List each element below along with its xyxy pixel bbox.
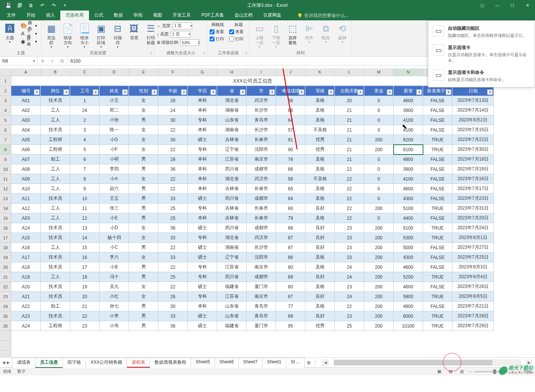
cell[interactable]: 23 [70, 321, 100, 331]
cell[interactable]: 福建省 [217, 321, 247, 331]
cell[interactable]: 李四 [100, 164, 129, 174]
ribbon-option-1[interactable]: ▭显示选项卡仅显示功能区选项卡。单击选项卡可显示命令。 [428, 41, 535, 66]
page-break-icon[interactable]: ▥ [458, 368, 466, 375]
cell[interactable]: 65 [276, 184, 305, 194]
table-header-11[interactable]: 出勤天数▾ [335, 86, 364, 96]
cell[interactable]: 4600 [394, 96, 423, 106]
menu-tab-7[interactable]: 视图 [148, 10, 167, 20]
cell[interactable]: 87 [276, 243, 305, 253]
themes-button[interactable]: 🅰 主题 ▾ [2, 22, 17, 44]
table-header-7[interactable]: 省▾ [217, 86, 247, 96]
cell[interactable]: 女 [129, 96, 158, 106]
cell[interactable]: 0 [364, 164, 394, 174]
cell[interactable]: 80 [276, 282, 305, 292]
cell[interactable]: 16 [70, 253, 100, 262]
menu-tab-8[interactable]: 开发工具 [167, 10, 196, 20]
cell[interactable]: A17 [11, 253, 41, 262]
cell[interactable]: 硕士 [188, 135, 217, 145]
menu-tab-2[interactable]: 插入 [41, 10, 60, 20]
cell[interactable]: 6200 [394, 135, 423, 145]
cell[interactable]: 女 [129, 292, 158, 302]
cell[interactable]: 2023年7月23日 [452, 194, 494, 204]
cell[interactable]: A07 [11, 155, 41, 164]
cell[interactable]: 200 [364, 282, 394, 292]
cell[interactable]: 技术员 [41, 125, 70, 135]
cell[interactable]: 2023年7月13日 [452, 96, 494, 106]
col-header-A[interactable]: A [11, 69, 41, 76]
cell[interactable]: 25 [158, 272, 188, 282]
cell[interactable]: 2023年7月28日 [452, 311, 494, 321]
cell[interactable]: 23 [335, 311, 364, 321]
cell[interactable]: 不及格 [305, 174, 335, 184]
cell[interactable]: 95 [276, 321, 305, 331]
cell[interactable]: 女 [129, 106, 158, 115]
row-header-19[interactable]: 19 [0, 253, 11, 262]
cell[interactable]: 18 [70, 272, 100, 282]
cell[interactable]: 66 [276, 164, 305, 174]
cell[interactable]: 20 [335, 96, 364, 106]
cell[interactable]: 及格 [305, 96, 335, 106]
cell[interactable]: 22 [335, 174, 364, 184]
cell[interactable]: TRUE [423, 321, 452, 331]
cell[interactable]: 孙七 [100, 302, 129, 311]
cell[interactable]: 4600 [394, 184, 423, 194]
cell[interactable]: 6 [70, 155, 100, 164]
cell[interactable]: FALSE [423, 174, 452, 184]
cell[interactable]: 2023年8月5日 [452, 292, 494, 302]
cell[interactable]: 22 [70, 311, 100, 321]
cell[interactable]: 女 [129, 145, 158, 155]
table-header-2[interactable]: 工号▾ [70, 86, 100, 96]
cell[interactable]: 24 [335, 292, 364, 302]
cell[interactable]: 28 [158, 155, 188, 164]
cell[interactable]: 0 [364, 155, 394, 164]
select-all-corner[interactable] [0, 69, 11, 76]
cell[interactable]: 22 [158, 174, 188, 184]
table-header-13[interactable]: 薪资▾ [394, 86, 423, 96]
filter-dropdown-icon[interactable]: ▾ [34, 89, 40, 95]
table-header-3[interactable]: 姓名▾ [100, 86, 129, 96]
cell[interactable]: 江苏省 [217, 262, 247, 272]
cell[interactable]: 200 [364, 253, 394, 262]
cell[interactable]: 22 [158, 125, 188, 135]
col-header-J[interactable]: J [276, 69, 305, 76]
filter-dropdown-icon[interactable]: ▾ [416, 89, 422, 95]
cell[interactable]: 2023年7月24日 [452, 223, 494, 233]
cell[interactable]: 4600 [394, 282, 423, 292]
cell[interactable]: 南京市 [247, 292, 276, 302]
cell[interactable]: 专科 [188, 292, 217, 302]
cell[interactable]: 2023年7月19日 [452, 164, 494, 174]
row-header-8[interactable]: 8 [0, 145, 11, 155]
cell[interactable]: 0 [364, 125, 394, 135]
row-header-4[interactable]: 4 [0, 106, 11, 115]
cell[interactable]: 64 [276, 115, 305, 125]
cell[interactable]: 专科 [188, 262, 217, 272]
cell[interactable]: 4100 [394, 174, 423, 184]
table-header-5[interactable]: 年龄▾ [158, 86, 188, 96]
cell[interactable]: 78 [276, 155, 305, 164]
filter-dropdown-icon[interactable]: ▾ [269, 89, 275, 95]
cell[interactable]: 64 [276, 194, 305, 204]
row-header-21[interactable]: 21 [0, 272, 11, 282]
cell[interactable]: 2023年7月20日 [452, 213, 494, 223]
cell[interactable]: 优秀 [305, 145, 335, 155]
cell[interactable]: A10 [11, 184, 41, 194]
cell[interactable]: 24 [70, 106, 100, 115]
table-header-4[interactable]: 性别▾ [129, 86, 158, 96]
cell[interactable]: 22 [335, 204, 364, 213]
cell[interactable]: 技术员 [41, 194, 70, 204]
menu-tab-0[interactable]: 文件 [2, 10, 21, 20]
cell[interactable]: A06 [11, 145, 41, 155]
row-header-22[interactable]: 22 [0, 282, 11, 292]
cell[interactable]: A22 [11, 302, 41, 311]
cell[interactable]: 男 [129, 321, 158, 331]
cell[interactable]: 江苏省 [217, 292, 247, 302]
cell[interactable]: 杨十四 [100, 233, 129, 243]
cell[interactable]: A01 [11, 96, 41, 106]
cell[interactable]: 工程师 [41, 135, 70, 145]
cell[interactable]: 山东省 [217, 311, 247, 321]
cell[interactable]: 工人 [41, 106, 70, 115]
cell[interactable]: 女 [129, 174, 158, 184]
ribbon-opts-icon[interactable]: ▢ [475, 0, 490, 11]
cancel-icon[interactable]: ✕ [38, 57, 48, 65]
cell[interactable]: 本科 [188, 302, 217, 311]
